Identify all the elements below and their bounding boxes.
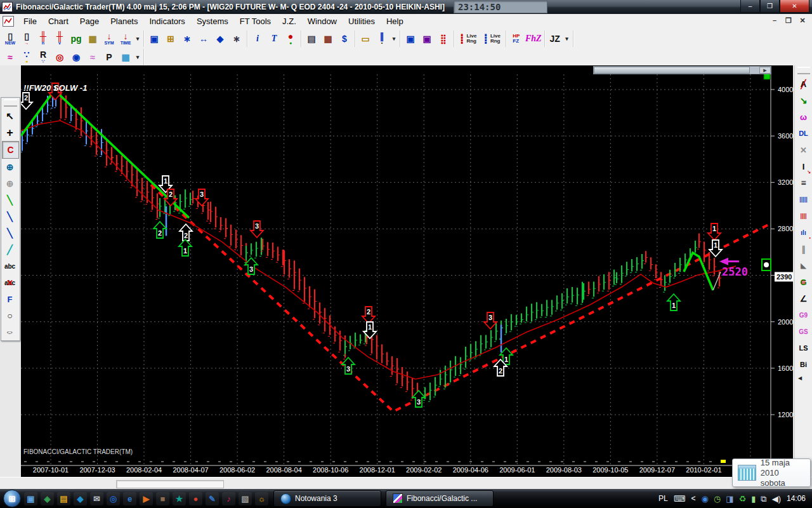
- parallel-lines-tool[interactable]: ∥: [796, 241, 811, 257]
- toolbar2-dropdown[interactable]: ▾: [134, 49, 141, 65]
- menu-planets[interactable]: Planets: [105, 15, 143, 27]
- quick-launch-icon-1[interactable]: ▣: [24, 492, 37, 505]
- blue-line2-tool[interactable]: ╲: [2, 225, 18, 241]
- menu-window[interactable]: Window: [302, 15, 343, 27]
- v-lines-red-tool[interactable]: ||||: [796, 208, 811, 224]
- menu-j-z-[interactable]: J.Z.: [277, 15, 302, 27]
- mdi-minimize-button[interactable]: –: [770, 17, 779, 25]
- zoom-page-tool[interactable]: ⊕: [2, 159, 18, 175]
- center-chart-button[interactable]: ◆: [212, 30, 228, 47]
- calendar-button[interactable]: ▦: [320, 30, 336, 47]
- tray-icon-3[interactable]: ◨: [726, 495, 733, 503]
- magnet-tool[interactable]: C: [2, 141, 19, 159]
- task-button-2[interactable]: Fibonacci/Galactic ...: [386, 490, 494, 507]
- green-line-tool[interactable]: ╲: [2, 192, 18, 208]
- compress-scale-button[interactable]: ∗: [179, 30, 195, 47]
- menu-page[interactable]: Page: [74, 15, 105, 27]
- scrollbar-thumb[interactable]: [594, 67, 750, 74]
- volume-icon[interactable]: ◀): [772, 495, 781, 503]
- menu-ft-tools[interactable]: FT Tools: [234, 15, 277, 27]
- price-chart[interactable]: 2112322133213331211125204000360032002800…: [21, 65, 793, 477]
- dotted-grid-button[interactable]: ⣿: [435, 30, 452, 47]
- mdi-child-icon[interactable]: [3, 16, 14, 27]
- menu-chart[interactable]: Chart: [43, 15, 74, 27]
- clock[interactable]: 14:06: [787, 494, 806, 503]
- circle-tool[interactable]: ○: [2, 307, 18, 324]
- fan-lines-tool[interactable]: ∠: [796, 290, 811, 307]
- tray-chevron[interactable]: <: [691, 494, 696, 503]
- hp-fz-button[interactable]: HPFZ: [508, 30, 525, 47]
- group5-dropdown[interactable]: ▾: [390, 30, 398, 47]
- r-planets-button[interactable]: R∵: [35, 49, 51, 65]
- menu-systems[interactable]: Systems: [191, 15, 234, 27]
- jz-dropdown[interactable]: ▾: [563, 30, 571, 47]
- trend-arrow-tool[interactable]: ↘: [796, 92, 811, 109]
- g9-tool[interactable]: G9: [796, 307, 811, 323]
- dl-tool[interactable]: DL: [796, 125, 811, 142]
- bi-tool[interactable]: Bi: [796, 356, 811, 373]
- grid-style-button[interactable]: ▦: [117, 49, 134, 65]
- bars-v-button[interactable]: ╫v: [51, 30, 68, 47]
- minimize-button[interactable]: –: [740, 0, 760, 13]
- delete-text-tool[interactable]: abc✕: [2, 274, 18, 291]
- arc-tool[interactable]: ω: [796, 109, 811, 125]
- dollar-button[interactable]: $: [336, 30, 353, 47]
- mdi-restore-button[interactable]: ❐: [784, 17, 793, 25]
- quick-launch-icon-11[interactable]: ●: [189, 492, 202, 505]
- indicator-drop-button[interactable]: ∥•: [374, 30, 390, 47]
- quick-launch-icon-4[interactable]: ◆: [74, 492, 87, 505]
- close-button[interactable]: ✕: [780, 0, 809, 13]
- planet-circle-button[interactable]: ◉: [68, 49, 84, 65]
- tray-icon-4[interactable]: ♻: [739, 495, 747, 503]
- i-channel-tool[interactable]: I↘: [796, 158, 811, 175]
- print-button[interactable]: ▤: [303, 30, 320, 47]
- ruler-button[interactable]: ▭: [357, 30, 374, 47]
- keyboard-icon[interactable]: ⌨: [674, 495, 686, 503]
- open-page-button[interactable]: ▯→: [18, 30, 35, 47]
- quick-launch-icon-14[interactable]: ▧: [239, 492, 252, 505]
- language-indicator[interactable]: PL: [658, 494, 668, 503]
- bar-pattern-tool[interactable]: ılı▪: [796, 224, 811, 241]
- bars-n-button[interactable]: ╫n: [35, 30, 51, 47]
- h-lines-tool[interactable]: ≡: [796, 175, 811, 191]
- start-button[interactable]: ⊞: [3, 490, 21, 507]
- p-tool-button[interactable]: P: [101, 49, 117, 65]
- task-button-1[interactable]: Notowania 3: [273, 490, 381, 507]
- menu-file[interactable]: File: [18, 15, 43, 27]
- triangle-tool[interactable]: ◣: [796, 257, 811, 274]
- v-lines-blue-tool[interactable]: |||||: [796, 191, 811, 208]
- planet-dots-button[interactable]: ∵●: [18, 49, 35, 65]
- quick-launch-icon-12[interactable]: ✎: [206, 492, 219, 505]
- quick-launch-icon-9[interactable]: ■: [156, 492, 169, 505]
- menu-indicators[interactable]: Indicators: [144, 15, 191, 27]
- info-pointer-button[interactable]: i: [249, 30, 266, 47]
- window-chart-button[interactable]: ▣: [402, 30, 419, 47]
- fibonacci-f-tool[interactable]: F: [2, 291, 18, 307]
- quick-launch-icon-10[interactable]: ★: [173, 492, 186, 505]
- crosshair-tool[interactable]: +: [2, 124, 18, 141]
- panel-collapse-arrow[interactable]: ◀: [797, 374, 811, 382]
- tray-icon-1[interactable]: ◉: [702, 495, 709, 503]
- text-tool-button[interactable]: T: [266, 30, 282, 47]
- restore-button[interactable]: ❐: [760, 0, 780, 13]
- target-circles-button[interactable]: ◎: [51, 49, 68, 65]
- quick-launch-icon-8[interactable]: ▶: [140, 492, 153, 505]
- menu-help[interactable]: Help: [381, 15, 409, 27]
- ellipse-tool[interactable]: ○: [2, 324, 18, 340]
- quick-launch-icon-15[interactable]: ☼: [255, 492, 268, 505]
- quick-launch-icon-3[interactable]: ▤: [57, 492, 70, 505]
- pg-button[interactable]: pg: [68, 30, 84, 47]
- network-icon[interactable]: ⧉: [761, 495, 766, 503]
- pointer-tool[interactable]: ↖: [2, 108, 18, 124]
- cross-lines-tool[interactable]: ✕: [796, 142, 811, 158]
- traffic-light-button[interactable]: ●●: [282, 30, 299, 47]
- asterisk-button[interactable]: ∗: [228, 30, 245, 47]
- gann-g-tool[interactable]: G≡: [796, 274, 811, 290]
- palette-drag-handle[interactable]: [4, 99, 17, 107]
- sym-window-button[interactable]: ▦: [84, 30, 101, 47]
- chart-horizontal-scrollbar[interactable]: ▶: [593, 66, 771, 74]
- text-abc-tool[interactable]: abc: [2, 258, 18, 274]
- live-range-red-button[interactable]: ┋LiveRng: [456, 30, 480, 47]
- quick-launch-icon-6[interactable]: ◎: [107, 492, 120, 505]
- panel-drag-handle[interactable]: [797, 67, 810, 74]
